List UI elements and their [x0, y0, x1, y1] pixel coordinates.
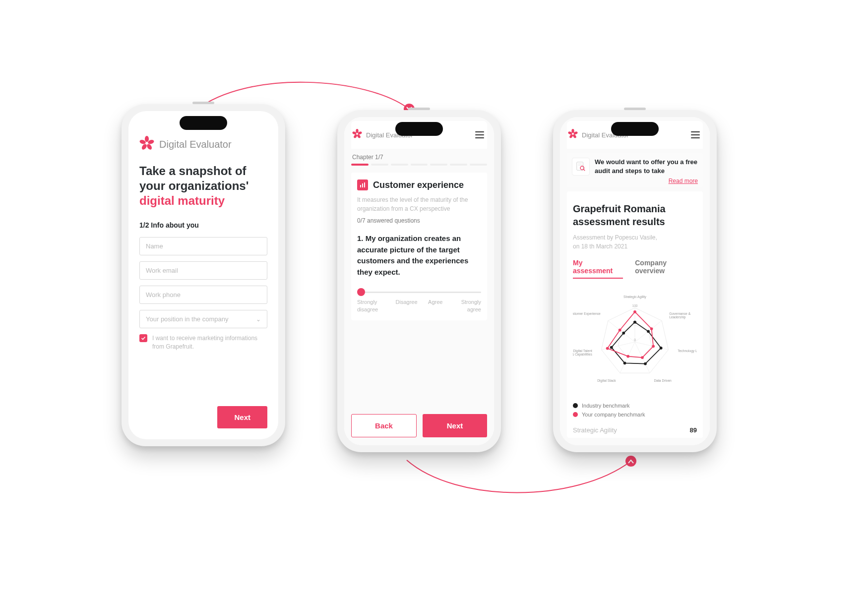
- tab-company-overview[interactable]: Company overview: [635, 259, 697, 279]
- metric-name: Strategic Agility: [573, 426, 617, 434]
- brand-name: Digital Evaluator: [159, 139, 232, 150]
- phone-form: Digital Evaluator Take a snapshot of you…: [122, 104, 285, 446]
- svg-text:Technology Leadership: Technology Leadership: [678, 349, 697, 353]
- step-label: 1/2 Info about you: [139, 221, 267, 229]
- likert-slider[interactable]: [357, 290, 481, 295]
- position-select[interactable]: Your position in the company ⌄: [139, 310, 267, 328]
- brand-header: Digital Evaluator: [139, 136, 267, 153]
- position-placeholder: Your position in the company: [146, 315, 228, 323]
- scale-2: Disagree: [396, 298, 418, 313]
- check-icon: [141, 336, 146, 341]
- headline-main: Take a snapshot of your organizations': [139, 164, 248, 192]
- chapter-description: It measures the level of the maturity of…: [357, 195, 481, 213]
- earpiece: [408, 108, 430, 110]
- svg-point-18: [569, 134, 573, 139]
- svg-text:& Capabilities: & Capabilities: [573, 353, 592, 357]
- svg-point-39: [623, 361, 626, 364]
- next-button[interactable]: Next: [423, 414, 487, 437]
- chapter-counter: Chapter 1/7: [352, 154, 487, 161]
- svg-rect-13: [362, 183, 363, 187]
- logo-icon: [568, 129, 578, 141]
- first-metric-row: Strategic Agility 89: [573, 426, 697, 434]
- marketing-optin-row: I want to receive marketing informations…: [139, 334, 267, 352]
- offer-banner: We would want to offer you a free audit …: [567, 153, 703, 187]
- svg-text:Customer Experience: Customer Experience: [573, 312, 601, 316]
- scale-1: Strongly disagree: [357, 298, 385, 313]
- legend-dot-company: [573, 412, 578, 417]
- results-card: Grapefruit Romania assessment results As…: [567, 191, 703, 438]
- email-placeholder: Work email: [146, 267, 178, 274]
- legend-label-industry: Industry benchmark: [582, 403, 630, 409]
- question-text: 1. My organization creates an accurate p…: [357, 233, 481, 278]
- svg-point-48: [619, 329, 621, 332]
- optin-label: I want to receive marketing informations…: [152, 334, 267, 352]
- svg-rect-12: [360, 185, 361, 187]
- byline-author: Assessment by Popescu Vasile,: [573, 234, 657, 241]
- answered-counter: 0/7 answered questions: [357, 217, 481, 224]
- svg-text:Leadership: Leadership: [669, 315, 686, 319]
- logo-icon: [139, 136, 154, 153]
- svg-point-10: [353, 134, 358, 139]
- svg-point-15: [571, 129, 574, 133]
- chapter-icon: [357, 179, 368, 190]
- phone-placeholder: Work phone: [146, 291, 181, 298]
- slider-thumb[interactable]: [357, 288, 365, 296]
- dynamic-island: [395, 122, 443, 136]
- slider-track: [357, 292, 481, 293]
- slider-scale-labels: Strongly disagree Disagree Agree Strongl…: [357, 298, 481, 313]
- headline-accent: digital maturity: [139, 194, 225, 207]
- svg-line-24: [584, 170, 585, 171]
- logo-icon: [352, 129, 362, 141]
- name-placeholder: Name: [146, 242, 163, 250]
- headline: Take a snapshot of your organizations' d…: [139, 164, 267, 208]
- svg-point-46: [626, 355, 629, 358]
- phone-field[interactable]: Work phone: [139, 286, 267, 304]
- svg-text:0: 0: [634, 338, 636, 342]
- question-card: Customer experience It measures the leve…: [351, 173, 487, 320]
- screen: Digital Evaluator We would want to offer…: [560, 117, 710, 445]
- svg-point-5: [141, 143, 148, 151]
- metric-value: 89: [690, 426, 697, 434]
- optin-checkbox[interactable]: [139, 334, 147, 342]
- radar-chart: 050100Strategic AgilityGovernance &Leade…: [573, 284, 697, 398]
- name-field[interactable]: Name: [139, 237, 267, 255]
- svg-point-43: [650, 327, 653, 330]
- svg-point-44: [652, 345, 655, 348]
- svg-point-2: [145, 136, 149, 142]
- svg-point-4: [146, 143, 153, 151]
- dynamic-island: [611, 122, 659, 136]
- chapter-title: Customer experience: [373, 180, 464, 190]
- audit-icon: [572, 158, 590, 176]
- svg-point-38: [644, 362, 647, 365]
- svg-point-1: [625, 456, 636, 467]
- svg-rect-14: [364, 182, 365, 187]
- read-more-link[interactable]: Read more: [572, 178, 698, 184]
- svg-point-40: [610, 346, 613, 349]
- svg-point-35: [633, 321, 636, 324]
- svg-point-7: [356, 129, 358, 133]
- progress-bar: [351, 164, 487, 166]
- legend-label-company: Your company benchmark: [582, 412, 645, 417]
- svg-point-37: [660, 347, 663, 350]
- email-field[interactable]: Work email: [139, 261, 267, 280]
- chevron-down-icon: ⌄: [256, 316, 261, 323]
- phone-question: Digital Evaluator Chapter 1/7 Customer e…: [337, 110, 501, 452]
- menu-icon[interactable]: [475, 131, 484, 138]
- screen: Digital Evaluator Take a snapshot of you…: [128, 111, 278, 439]
- back-button[interactable]: Back: [351, 414, 417, 437]
- results-title: Grapefruit Romania assessment results: [573, 202, 697, 228]
- menu-icon[interactable]: [691, 131, 700, 138]
- tab-my-assessment[interactable]: My assessment: [573, 259, 623, 279]
- scale-3: Agree: [428, 298, 442, 313]
- svg-line-31: [608, 321, 635, 342]
- legend-dot-industry: [573, 403, 578, 408]
- chart-legend: Industry benchmark Your company benchmar…: [573, 403, 697, 417]
- earpiece: [624, 108, 646, 110]
- svg-text:Governance &: Governance &: [669, 312, 690, 315]
- svg-point-41: [622, 332, 625, 335]
- svg-point-45: [641, 356, 644, 359]
- earpiece: [192, 102, 214, 104]
- svg-point-47: [606, 347, 609, 350]
- svg-text:Data Driven: Data Driven: [654, 379, 672, 382]
- next-button[interactable]: Next: [217, 406, 267, 428]
